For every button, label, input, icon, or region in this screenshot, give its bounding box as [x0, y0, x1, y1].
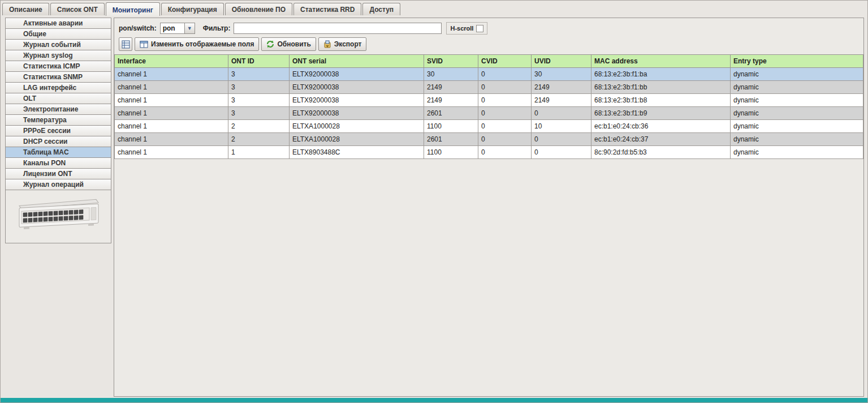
table-cell: 68:13:e2:3b:f1:b8: [591, 94, 731, 107]
table-cell: ELTX92000038: [290, 81, 424, 94]
content-area: Активные аварииОбщиеЖурнал событийЖурнал…: [1, 15, 867, 398]
table-cell: ec:b1:e0:24:cb:37: [591, 133, 731, 146]
column-header-5[interactable]: UVID: [532, 55, 591, 68]
sidebar-item-5[interactable]: Статистика SNMP: [5, 71, 111, 83]
table-cell: 2: [228, 133, 290, 146]
tab-3[interactable]: Конфигурация: [161, 3, 224, 15]
switch-device-drawing: [19, 199, 98, 229]
column-header-1[interactable]: ONT ID: [228, 55, 290, 68]
column-header-7[interactable]: Entry type: [731, 55, 863, 68]
table-cell: 68:13:e2:3b:f1:bb: [591, 81, 731, 94]
table-row-3[interactable]: channel 13ELTX9200003826010068:13:e2:3b:…: [115, 107, 863, 120]
tab-5[interactable]: Статистика RRD: [293, 3, 361, 15]
sidebar-item-1[interactable]: Общие: [5, 28, 111, 40]
table-cell: 1100: [424, 120, 478, 133]
table-cell: 2149: [532, 81, 591, 94]
mac-table-header: InterfaceONT IDONT serialSVIDCVIDUVIDMAC…: [115, 55, 863, 68]
column-header-6[interactable]: MAC address: [591, 55, 731, 68]
column-header-2[interactable]: ONT serial: [290, 55, 424, 68]
table-row-6[interactable]: channel 11ELTX8903488C1100008c:90:2d:fd:…: [115, 146, 863, 159]
table-cell: 3: [228, 107, 290, 120]
sidebar-item-4[interactable]: Статистика ICMP: [5, 61, 111, 72]
table-cell: 68:13:e2:3b:f1:b9: [591, 107, 731, 120]
table-cell: channel 1: [115, 120, 228, 133]
tab-bar: ОписаниеСписок ONTМониторингКонфигурация…: [1, 1, 867, 15]
sidebar-item-9[interactable]: Температура: [5, 114, 111, 126]
pon-switch-label: pon/switch:: [119, 24, 157, 32]
table-view-button[interactable]: [119, 37, 132, 51]
table-cell: 0: [478, 133, 532, 146]
table-cell: 0: [478, 94, 532, 107]
table-cell: 3: [228, 68, 290, 81]
table-cell: 10: [532, 120, 591, 133]
table-cell: ELTX92000038: [290, 107, 424, 120]
table-cell: 68:13:e2:3b:f1:ba: [591, 68, 731, 81]
table-cell: dynamic: [731, 146, 863, 159]
table-cell: 0: [532, 107, 591, 120]
sidebar-item-8[interactable]: Электропитание: [5, 104, 111, 115]
table-cell: 0: [532, 133, 591, 146]
action-toolbar: Изменить отображаемые поля Обновить: [114, 36, 863, 54]
table-cell: channel 1: [115, 68, 228, 81]
switch-device-image: [14, 198, 105, 235]
tab-6[interactable]: Доступ: [362, 3, 400, 15]
sidebar-item-7[interactable]: OLT: [5, 93, 111, 104]
sidebar-item-14[interactable]: Лицензии ONT: [5, 168, 111, 179]
columns-button[interactable]: Изменить отображаемые поля: [135, 37, 259, 51]
hscroll-group: H-scroll: [446, 22, 487, 35]
export-button[interactable]: Экспорт: [318, 37, 367, 51]
filter-input[interactable]: [234, 23, 442, 34]
table-cell: 30: [424, 68, 478, 81]
filter-toolbar: pon/switch: pon ▼ Фильтр: H-scroll: [114, 18, 863, 36]
tab-2[interactable]: Мониторинг: [106, 2, 160, 16]
column-header-4[interactable]: CVID: [478, 55, 532, 68]
mac-table-body: channel 13ELTX920000383003068:13:e2:3b:f…: [115, 68, 863, 159]
table-view-icon: [122, 40, 130, 49]
refresh-button[interactable]: Обновить: [261, 37, 316, 51]
header-row: InterfaceONT IDONT serialSVIDCVIDUVIDMAC…: [115, 55, 863, 68]
sidebar-item-2[interactable]: Журнал событий: [5, 39, 111, 50]
tab-1[interactable]: Список ONT: [50, 3, 105, 15]
pon-switch-dropdown[interactable]: pon ▼: [160, 23, 195, 34]
table-cell: 3: [228, 81, 290, 94]
table-cell: 2149: [424, 81, 478, 94]
table-cell: dynamic: [731, 68, 863, 81]
bottom-strip: [1, 398, 867, 402]
table-row-1[interactable]: channel 13ELTX9200003821490214968:13:e2:…: [115, 81, 863, 94]
table-cell: channel 1: [115, 146, 228, 159]
table-cell: 8c:90:2d:fd:b5:b3: [591, 146, 731, 159]
columns-icon: [140, 41, 148, 48]
table-row-2[interactable]: channel 13ELTX9200003821490214968:13:e2:…: [115, 94, 863, 107]
tab-0[interactable]: Описание: [2, 3, 49, 15]
table-row-0[interactable]: channel 13ELTX920000383003068:13:e2:3b:f…: [115, 68, 863, 81]
tab-4[interactable]: Обновление ПО: [225, 3, 292, 15]
sidebar-item-15[interactable]: Журнал операций: [5, 179, 111, 190]
sidebar: Активные аварииОбщиеЖурнал событийЖурнал…: [5, 18, 111, 243]
column-header-3[interactable]: SVID: [424, 55, 478, 68]
hscroll-checkbox[interactable]: [476, 25, 483, 32]
table-cell: 0: [478, 120, 532, 133]
table-cell: dynamic: [731, 107, 863, 120]
sidebar-item-3[interactable]: Журнал syslog: [5, 50, 111, 61]
table-cell: 2149: [532, 94, 591, 107]
chevron-down-icon[interactable]: ▼: [184, 23, 195, 33]
table-cell: 2: [228, 120, 290, 133]
app-window: ОписаниеСписок ONTМониторингКонфигурация…: [0, 0, 868, 403]
sidebar-item-0[interactable]: Активные аварии: [5, 18, 111, 29]
table-cell: dynamic: [731, 133, 863, 146]
sidebar-item-6[interactable]: LAG интерфейс: [5, 82, 111, 93]
table-cell: ec:b1:e0:24:cb:36: [591, 120, 731, 133]
table-cell: ELTX8903488C: [290, 146, 424, 159]
columns-button-label: Изменить отображаемые поля: [151, 40, 254, 48]
column-header-0[interactable]: Interface: [115, 55, 228, 68]
sidebar-item-10[interactable]: PPPoE сессии: [5, 125, 111, 136]
table-row-5[interactable]: channel 12ELTXA1000028260100ec:b1:e0:24:…: [115, 133, 863, 146]
sidebar-item-13[interactable]: Каналы PON: [5, 157, 111, 169]
table-cell: channel 1: [115, 107, 228, 120]
table-cell: 0: [478, 146, 532, 159]
sidebar-item-11[interactable]: DHCP сессии: [5, 136, 111, 147]
sidebar-item-12[interactable]: Таблица MAC: [5, 147, 111, 158]
table-cell: channel 1: [115, 94, 228, 107]
table-row-4[interactable]: channel 12ELTXA10000281100010ec:b1:e0:24…: [115, 120, 863, 133]
table-cell: 2149: [424, 94, 478, 107]
